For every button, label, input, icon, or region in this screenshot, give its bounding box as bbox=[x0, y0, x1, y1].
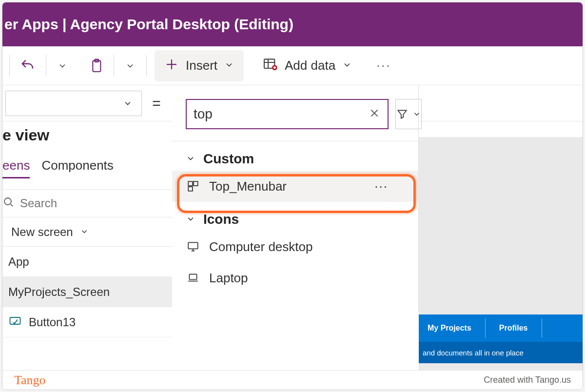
undo-icon bbox=[20, 58, 36, 74]
more-commands-button[interactable]: ··· bbox=[371, 52, 396, 79]
insert-label: Insert bbox=[186, 58, 217, 73]
chevron-down-icon bbox=[186, 212, 195, 227]
filter-icon bbox=[396, 108, 409, 120]
item-more-button[interactable]: ··· bbox=[374, 179, 388, 194]
add-data-label: Add data bbox=[285, 58, 335, 73]
data-icon bbox=[262, 57, 278, 75]
svg-rect-10 bbox=[189, 274, 196, 279]
tree-view-tabs: eens Components bbox=[2, 158, 172, 178]
undo-button[interactable] bbox=[15, 52, 41, 79]
property-dropdown[interactable] bbox=[5, 91, 142, 116]
toolbar-separator bbox=[146, 55, 147, 77]
insert-search-input[interactable] bbox=[194, 106, 368, 122]
insert-item-label: Laptop bbox=[209, 271, 248, 286]
insert-item-label: Top_Menubar bbox=[209, 179, 287, 194]
tree-row-child[interactable]: Button13 bbox=[2, 307, 172, 337]
footer: Tango Created with Tango.us bbox=[2, 370, 583, 390]
tree-label: MyProjects_Screen bbox=[8, 285, 110, 299]
formula-equals: = bbox=[142, 95, 171, 112]
chevron-down-icon bbox=[342, 59, 352, 73]
tree-search[interactable] bbox=[2, 189, 172, 217]
tree-view-title: e view bbox=[2, 121, 172, 158]
chevron-down-icon bbox=[224, 59, 234, 73]
preview-menubar: My Projects Profiles bbox=[419, 314, 583, 342]
add-data-button[interactable]: Add data bbox=[254, 52, 360, 79]
desktop-icon bbox=[186, 240, 200, 253]
group-header-icons[interactable]: Icons bbox=[172, 202, 418, 231]
paste-button[interactable] bbox=[83, 52, 109, 79]
laptop-icon bbox=[186, 272, 200, 284]
toolbar-separator bbox=[114, 55, 114, 77]
search-icon bbox=[2, 196, 14, 211]
tab-screens[interactable]: eens bbox=[2, 158, 30, 178]
chevron-down-icon bbox=[123, 98, 133, 108]
chevron-down-icon bbox=[58, 61, 67, 71]
group-label: Custom bbox=[203, 151, 254, 167]
preview-subtitle-text: and documents all in one place bbox=[423, 349, 524, 357]
toolbar-separator bbox=[9, 55, 10, 77]
app-title-text: er Apps | Agency Portal Desktop (Editing… bbox=[2, 16, 293, 33]
canvas-preview: My Projects Profiles and documents all i… bbox=[419, 137, 583, 371]
new-screen-button[interactable]: New screen bbox=[2, 217, 172, 247]
footer-credit: Created with Tango.us bbox=[484, 375, 571, 385]
paste-options-dropdown[interactable] bbox=[119, 52, 141, 79]
component-icon bbox=[186, 180, 200, 193]
toolbar: Insert Add data ··· bbox=[2, 46, 583, 85]
preview-divider bbox=[542, 318, 542, 338]
app-title-bar: er Apps | Agency Portal Desktop (Editing… bbox=[2, 2, 583, 46]
svg-rect-9 bbox=[188, 242, 198, 249]
preview-tab-my-projects[interactable]: My Projects bbox=[419, 324, 480, 333]
tree-row-selected-screen[interactable]: MyProjects_Screen bbox=[2, 277, 172, 307]
svg-rect-7 bbox=[194, 181, 198, 186]
tango-logo: Tango bbox=[14, 373, 46, 388]
svg-point-4 bbox=[4, 198, 11, 205]
clipboard-icon bbox=[88, 58, 104, 74]
tree-view-panel: e view eens Components New screen App My… bbox=[2, 121, 172, 370]
chevron-down-icon bbox=[80, 225, 89, 239]
preview-subtitle-strip: and documents all in one place bbox=[419, 342, 583, 363]
clear-search-icon[interactable] bbox=[368, 107, 381, 121]
tree-row-app[interactable]: App bbox=[2, 247, 172, 277]
tree-label: App bbox=[8, 255, 29, 269]
chevron-down-icon bbox=[125, 61, 135, 71]
toolbar-separator bbox=[46, 55, 46, 77]
button-icon bbox=[8, 314, 22, 331]
tree-label: Button13 bbox=[29, 315, 76, 329]
insert-item-laptop[interactable]: Laptop bbox=[172, 262, 418, 294]
insert-item-label: Computer desktop bbox=[209, 239, 312, 255]
insert-button[interactable]: Insert bbox=[155, 50, 244, 81]
insert-item-computer-desktop[interactable]: Computer desktop bbox=[172, 231, 418, 262]
chevron-down-icon bbox=[186, 151, 195, 167]
undo-history-dropdown[interactable] bbox=[51, 52, 74, 79]
svg-rect-8 bbox=[188, 187, 193, 191]
group-header-custom[interactable]: Custom bbox=[172, 141, 418, 171]
tab-components[interactable]: Components bbox=[41, 158, 113, 178]
filter-button[interactable] bbox=[395, 99, 422, 129]
insert-panel: Custom Top_Menubar ··· Icons Computer de… bbox=[172, 85, 419, 312]
svg-rect-6 bbox=[188, 181, 193, 186]
group-label: Icons bbox=[203, 212, 239, 227]
preview-tab-profiles[interactable]: Profiles bbox=[490, 324, 537, 333]
insert-item-top-menubar[interactable]: Top_Menubar ··· bbox=[172, 171, 418, 202]
preview-divider bbox=[485, 318, 486, 338]
insert-search-box[interactable] bbox=[186, 99, 389, 129]
chevron-down-icon bbox=[412, 110, 421, 118]
plus-icon bbox=[164, 57, 179, 75]
new-screen-label: New screen bbox=[11, 225, 73, 239]
tree-search-input[interactable] bbox=[20, 196, 172, 210]
